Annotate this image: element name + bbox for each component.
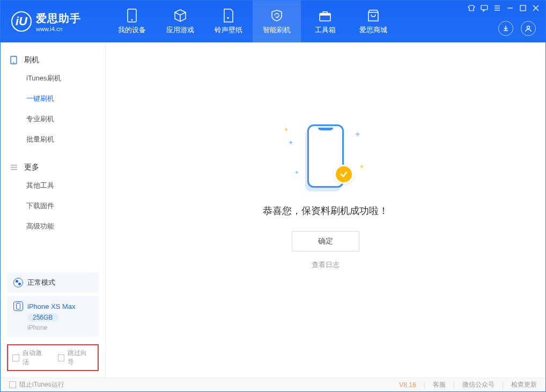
nav-tab-label: 应用游戏 — [166, 25, 194, 35]
success-message: 恭喜您，保资料刷机成功啦！ — [263, 204, 388, 217]
music-file-icon — [223, 8, 234, 23]
sidebar-item-other-tools[interactable]: 其他工具 — [1, 175, 105, 196]
svg-rect-9 — [520, 5, 526, 11]
checkbox-label: 跳过向导 — [68, 349, 93, 367]
nav-tabs: 我的设备 应用游戏 铃声壁纸 智能刷机 工具箱 爱思商城 — [108, 1, 397, 42]
sidebar-item-oneclick-flash[interactable]: 一键刷机 — [1, 88, 105, 109]
maximize-button[interactable] — [519, 4, 527, 12]
checkbox-highlight-row: 自动激活 跳过向导 — [7, 344, 99, 371]
close-button[interactable] — [532, 4, 540, 12]
mode-icon — [13, 278, 23, 287]
nav-tab-flash[interactable]: 智能刷机 — [253, 1, 301, 42]
sidebar-item-pro-flash[interactable]: 专业刷机 — [1, 109, 105, 129]
sidebar-section-header: 更多 — [1, 159, 105, 175]
nav-tab-my-device[interactable]: 我的设备 — [108, 1, 156, 42]
cube-icon — [173, 8, 187, 23]
checkbox-label: 阻止iTunes运行 — [19, 380, 64, 389]
app-title: 爱思助手 — [36, 11, 81, 26]
skin-icon[interactable] — [467, 4, 476, 12]
sidebar-section-more: 更多 其他工具 下载固件 高级功能 — [1, 150, 105, 236]
sidebar-item-itunes-flash[interactable]: iTunes刷机 — [1, 68, 105, 88]
sidebar-section-title: 刷机 — [24, 55, 39, 65]
feedback-icon[interactable] — [480, 4, 489, 12]
sidebar-items: 其他工具 下载固件 高级功能 — [1, 175, 105, 236]
sidebar-item-advanced[interactable]: 高级功能 — [1, 216, 105, 236]
check-badge-icon — [334, 165, 353, 184]
mode-label: 正常模式 — [27, 278, 55, 287]
nav-tab-label: 工具箱 — [315, 25, 336, 35]
footer-link-service[interactable]: 客服 — [433, 380, 446, 389]
logo-icon: iU — [11, 11, 32, 32]
footer: 阻止iTunes运行 V8.16 | 客服 | 微信公众号 | 检查更新 — [1, 378, 545, 391]
sidebar-section-title: 更多 — [24, 162, 39, 172]
refresh-shield-icon — [270, 8, 284, 23]
sidebar: 刷机 iTunes刷机 一键刷机 专业刷机 批量刷机 更多 其他工具 下载固件 … — [1, 42, 106, 378]
view-log-link[interactable]: 查看日志 — [312, 260, 340, 270]
user-button[interactable] — [521, 21, 536, 36]
logo-area: iU 爱思助手 www.i4.cn — [1, 1, 108, 42]
window-controls — [467, 4, 540, 12]
footer-link-wechat[interactable]: 微信公众号 — [462, 380, 495, 389]
sidebar-section-header: 刷机 — [1, 52, 105, 68]
divider: | — [424, 381, 425, 389]
main-content: ✦ ✦ ✦ 恭喜您，保资料刷机成功啦！ 确定 查看日志 — [106, 42, 545, 378]
version-label: V8.16 — [399, 381, 416, 389]
menu-icon[interactable] — [493, 4, 501, 12]
footer-left: 阻止iTunes运行 — [9, 380, 64, 389]
app-body: 刷机 iTunes刷机 一键刷机 专业刷机 批量刷机 更多 其他工具 下载固件 … — [1, 42, 545, 378]
toolbox-icon — [318, 8, 332, 23]
nav-tab-apps[interactable]: 应用游戏 — [156, 1, 204, 42]
mode-card[interactable]: 正常模式 — [7, 272, 99, 293]
checkbox-icon — [58, 354, 65, 361]
sidebar-section-flash: 刷机 iTunes刷机 一键刷机 专业刷机 批量刷机 — [1, 42, 105, 150]
sparkle-icon: ✦ — [288, 139, 293, 146]
storage-badge: 256GB — [27, 313, 58, 322]
phone-icon — [10, 56, 19, 64]
checkbox-icon — [12, 354, 19, 361]
store-icon — [366, 8, 380, 23]
confirm-button[interactable]: 确定 — [292, 231, 359, 252]
device-icon — [126, 8, 138, 23]
sidebar-item-batch-flash[interactable]: 批量刷机 — [1, 129, 105, 150]
svg-rect-3 — [320, 13, 330, 16]
logo-text: 爱思助手 www.i4.cn — [36, 11, 81, 32]
checkbox-auto-activate[interactable]: 自动激活 — [12, 349, 48, 367]
nav-tab-label: 智能刷机 — [263, 25, 291, 35]
svg-rect-18 — [17, 304, 20, 309]
checkbox-icon — [9, 381, 16, 388]
divider: | — [502, 381, 504, 389]
app-header: iU 爱思助手 www.i4.cn 我的设备 应用游戏 铃声壁纸 智能刷机 工具… — [1, 1, 545, 42]
footer-right: V8.16 | 客服 | 微信公众号 | 检查更新 — [399, 380, 537, 389]
sparkle-icon: ✦ — [354, 129, 361, 139]
svg-rect-4 — [481, 5, 488, 10]
checkbox-block-itunes[interactable]: 阻止iTunes运行 — [9, 380, 64, 389]
nav-tab-ringtones[interactable]: 铃声壁纸 — [204, 1, 253, 42]
success-illustration: ✦ ✦ ✦ — [272, 119, 379, 194]
divider: | — [453, 381, 455, 389]
app-subtitle: www.i4.cn — [36, 26, 81, 32]
device-type: iPhone — [27, 324, 92, 331]
checkbox-skip-guide[interactable]: 跳过向导 — [58, 349, 94, 367]
svg-point-12 — [527, 26, 530, 29]
minimize-button[interactable] — [506, 4, 514, 12]
dot-icon — [360, 165, 363, 168]
svg-point-14 — [13, 62, 14, 63]
sidebar-bottom: 正常模式 iPhone XS Max 256GB iPhone 自动激活 跳过向… — [1, 269, 105, 378]
dot-icon — [285, 128, 287, 131]
nav-tab-store[interactable]: 爱思商城 — [349, 1, 397, 42]
nav-tab-label: 我的设备 — [118, 25, 146, 35]
sparkle-icon: ✦ — [294, 169, 299, 175]
nav-tab-label: 铃声壁纸 — [215, 25, 242, 35]
sidebar-items: iTunes刷机 一键刷机 专业刷机 批量刷机 — [1, 68, 105, 150]
footer-link-update[interactable]: 检查更新 — [511, 380, 537, 389]
download-button[interactable] — [498, 21, 513, 36]
sidebar-item-download-firmware[interactable]: 下载固件 — [1, 196, 105, 216]
device-card[interactable]: iPhone XS Max 256GB iPhone — [7, 296, 99, 337]
nav-tab-label: 爱思商城 — [359, 25, 387, 35]
header-actions — [498, 21, 536, 36]
list-icon — [10, 164, 19, 171]
checkbox-label: 自动激活 — [23, 349, 48, 367]
device-phone-icon — [13, 301, 23, 311]
svg-point-1 — [131, 19, 133, 21]
nav-tab-toolbox[interactable]: 工具箱 — [301, 1, 349, 42]
